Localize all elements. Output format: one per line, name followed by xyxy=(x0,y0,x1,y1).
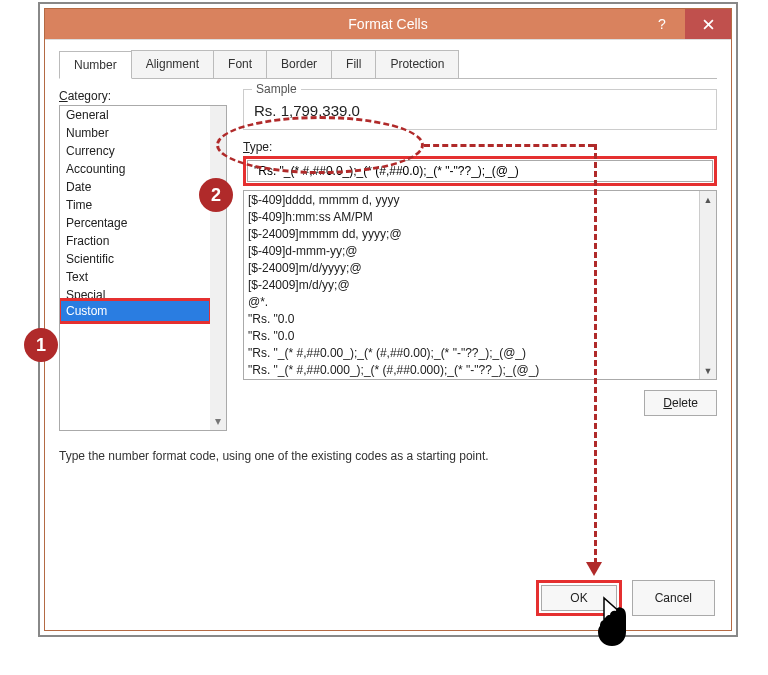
category-item-scientific[interactable]: Scientific xyxy=(60,250,210,268)
format-item[interactable]: [$-24009]mmmm dd, yyyy;@ xyxy=(248,226,712,243)
scroll-down-icon[interactable]: ▾ xyxy=(212,414,224,428)
format-item[interactable]: "Rs. "0.0 xyxy=(248,328,712,345)
category-item-time[interactable]: Time xyxy=(60,196,210,214)
format-item[interactable]: @*. xyxy=(248,294,712,311)
cancel-button[interactable]: Cancel xyxy=(632,580,715,616)
category-label: Category: xyxy=(59,89,229,103)
format-item[interactable]: [$-24009]m/d/yyyy;@ xyxy=(248,260,712,277)
scroll-down-icon[interactable]: ▼ xyxy=(700,362,716,379)
tab-fill[interactable]: Fill xyxy=(331,50,376,78)
tab-alignment[interactable]: Alignment xyxy=(131,50,214,78)
category-item-percentage[interactable]: Percentage xyxy=(60,214,210,232)
hint-text: Type the number format code, using one o… xyxy=(59,449,717,463)
dialog-window: Format Cells ? Number Alignment Font Bor… xyxy=(44,8,732,631)
window-title: Format Cells xyxy=(45,16,731,32)
format-item[interactable]: "Rs. "_(* #,##0.00_);_(* (#,##0.00);_(* … xyxy=(248,345,712,362)
format-item[interactable]: [$-409]d-mmm-yy;@ xyxy=(248,243,712,260)
format-item[interactable]: [$-24009]m/d/yy;@ xyxy=(248,277,712,294)
format-item[interactable]: "Rs. "_(* #,##0.000_);_(* (#,##0.000);_(… xyxy=(248,362,712,379)
category-item-general[interactable]: General xyxy=(60,106,210,124)
category-item-number[interactable]: Number xyxy=(60,124,210,142)
type-input[interactable] xyxy=(247,160,713,182)
format-item[interactable]: [$-409]h:mm:ss AM/PM xyxy=(248,209,712,226)
category-item-fraction[interactable]: Fraction xyxy=(60,232,210,250)
category-list[interactable]: General Number Currency Accounting Date … xyxy=(59,105,227,431)
category-item-text[interactable]: Text xyxy=(60,268,210,286)
format-scrollbar[interactable]: ▲ ▼ xyxy=(699,191,716,379)
format-code-list[interactable]: [$-409]dddd, mmmm d, yyyy [$-409]h:mm:ss… xyxy=(243,190,717,380)
category-item-accounting[interactable]: Accounting xyxy=(60,160,210,178)
category-item-custom[interactable]: Custom xyxy=(60,300,210,322)
delete-button[interactable]: Delete xyxy=(644,390,717,416)
ok-button-highlight: OK xyxy=(536,580,621,616)
category-scrollbar[interactable] xyxy=(210,106,226,430)
format-item[interactable]: [$-409]dddd, mmmm d, yyyy xyxy=(248,192,712,209)
dialog-footer: OK Cancel xyxy=(536,580,715,616)
sample-value: Rs. 1,799,339.0 xyxy=(254,96,706,119)
type-input-highlight xyxy=(243,156,717,186)
ok-button[interactable]: OK xyxy=(541,585,616,611)
screenshot-frame: Format Cells ? Number Alignment Font Bor… xyxy=(38,2,738,637)
titlebar: Format Cells ? xyxy=(45,9,731,39)
category-item-currency[interactable]: Currency xyxy=(60,142,210,160)
dialog-client: Number Alignment Font Border Fill Protec… xyxy=(45,39,731,630)
tab-protection[interactable]: Protection xyxy=(375,50,459,78)
category-item-date[interactable]: Date xyxy=(60,178,210,196)
tab-strip: Number Alignment Font Border Fill Protec… xyxy=(59,50,717,79)
tab-border[interactable]: Border xyxy=(266,50,332,78)
sample-group: Sample Rs. 1,799,339.0 xyxy=(243,89,717,130)
tab-font[interactable]: Font xyxy=(213,50,267,78)
tab-number[interactable]: Number xyxy=(59,51,132,79)
scroll-up-icon[interactable]: ▲ xyxy=(700,191,716,208)
type-label: Type: xyxy=(243,140,717,154)
format-item[interactable]: "Rs. "0.0 xyxy=(248,311,712,328)
sample-label: Sample xyxy=(252,82,301,96)
